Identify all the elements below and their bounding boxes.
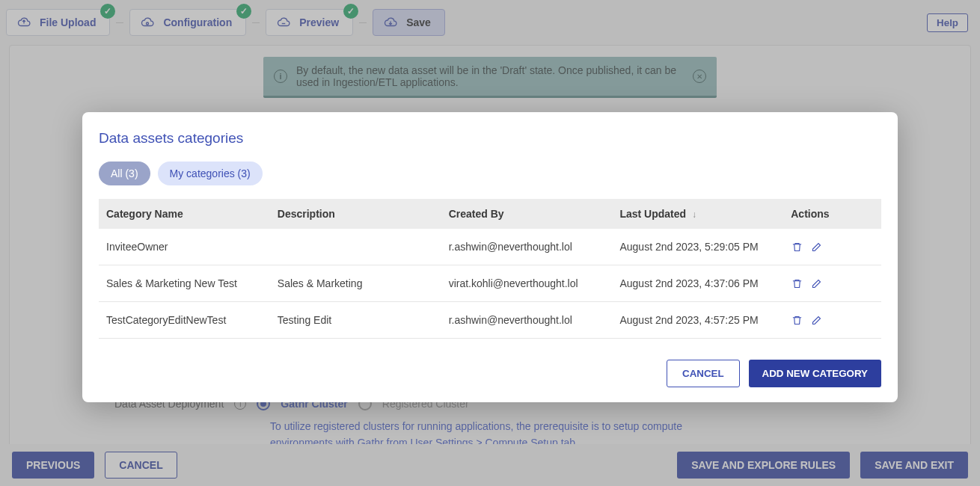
cell-actions xyxy=(783,265,881,302)
cell-last-updated: August 2nd 2023, 5:29:05 PM xyxy=(612,229,783,265)
add-new-category-button[interactable]: ADD NEW CATEGORY xyxy=(749,360,881,387)
modal-cancel-button[interactable]: CANCEL xyxy=(667,360,740,387)
modal-title: Data assets categories xyxy=(99,130,881,147)
cell-actions xyxy=(783,229,881,265)
delete-icon[interactable] xyxy=(791,241,803,253)
sort-desc-icon: ↓ xyxy=(692,209,696,220)
tab-all[interactable]: All (3) xyxy=(99,162,150,185)
tab-my-categories[interactable]: My categories (3) xyxy=(158,162,263,185)
cell-created-by: r.ashwin@neverthought.lol xyxy=(441,229,613,265)
modal-footer: CANCEL ADD NEW CATEGORY xyxy=(99,360,881,387)
delete-icon[interactable] xyxy=(791,314,803,326)
cell-category-name: InviteeOwner xyxy=(99,229,270,265)
table-row: InviteeOwnerr.ashwin@neverthought.lolAug… xyxy=(99,229,881,265)
cell-created-by: r.ashwin@neverthought.lol xyxy=(441,302,613,339)
col-actions: Actions xyxy=(783,199,881,229)
category-tabs: All (3) My categories (3) xyxy=(99,162,881,185)
cell-last-updated: August 2nd 2023, 4:37:06 PM xyxy=(612,265,783,302)
edit-icon[interactable] xyxy=(810,277,822,289)
edit-icon[interactable] xyxy=(810,241,822,253)
edit-icon[interactable] xyxy=(810,314,822,326)
cell-description xyxy=(270,229,441,265)
col-description[interactable]: Description xyxy=(270,199,441,229)
table-header-row: Category Name Description Created By Las… xyxy=(99,199,881,229)
cell-description: Testing Edit xyxy=(270,302,441,339)
table-row: TestCategoryEditNewTestTesting Editr.ash… xyxy=(99,302,881,339)
categories-modal: Data assets categories All (3) My catego… xyxy=(82,112,898,402)
cell-category-name: Sales & Marketing New Test xyxy=(99,265,270,302)
cell-created-by: virat.kohli@neverthought.lol xyxy=(441,265,613,302)
cell-actions xyxy=(783,302,881,339)
col-last-updated[interactable]: Last Updated ↓ xyxy=(612,199,783,229)
cell-description: Sales & Marketing xyxy=(270,265,441,302)
col-category-name[interactable]: Category Name xyxy=(99,199,270,229)
col-last-updated-label: Last Updated xyxy=(619,208,686,220)
cell-category-name: TestCategoryEditNewTest xyxy=(99,302,270,339)
categories-table: Category Name Description Created By Las… xyxy=(99,199,881,339)
col-created-by[interactable]: Created By xyxy=(441,199,613,229)
delete-icon[interactable] xyxy=(791,277,803,289)
cell-last-updated: August 2nd 2023, 4:57:25 PM xyxy=(612,302,783,339)
table-row: Sales & Marketing New TestSales & Market… xyxy=(99,265,881,302)
